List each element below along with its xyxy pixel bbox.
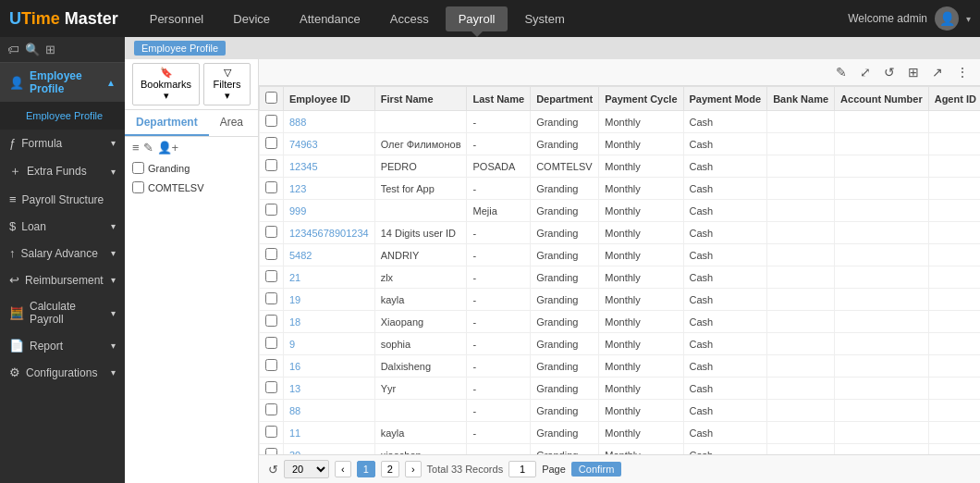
row-checkbox[interactable] bbox=[265, 181, 277, 193]
dept-item-comtelsv[interactable]: COMTELSV bbox=[125, 178, 258, 197]
columns-icon[interactable]: ⊞ bbox=[904, 63, 923, 81]
list-icon[interactable]: ≡ bbox=[132, 141, 140, 155]
tab-department[interactable]: Department bbox=[125, 110, 209, 136]
dept-item-granding[interactable]: Granding bbox=[125, 158, 258, 178]
row-checkbox[interactable] bbox=[265, 337, 277, 349]
row-checkbox[interactable] bbox=[265, 426, 277, 438]
share-icon[interactable]: ↗ bbox=[928, 63, 947, 81]
row-checkbox[interactable] bbox=[265, 270, 277, 282]
col-payment-mode[interactable]: Payment Mode bbox=[683, 87, 767, 111]
search-icon[interactable]: 🔍 bbox=[25, 43, 40, 56]
sidebar-item-salary-advance[interactable]: ↑ Salary Advance ▾ bbox=[0, 240, 125, 266]
col-employee-id[interactable]: Employee ID bbox=[284, 87, 375, 111]
row-checkbox[interactable] bbox=[265, 115, 277, 127]
employee-id-cell[interactable]: 12345678901234 bbox=[284, 222, 375, 244]
employee-id-cell[interactable]: 16 bbox=[284, 355, 375, 378]
employee-id-cell[interactable]: 9 bbox=[284, 333, 375, 355]
nav-link-system[interactable]: System bbox=[511, 6, 577, 31]
row-checkbox[interactable] bbox=[265, 159, 277, 171]
page-2-btn[interactable]: 2 bbox=[381, 461, 399, 477]
sidebar-item-employee-profile[interactable]: 👤 Employee Profile ▲ bbox=[0, 63, 125, 102]
row-checkbox-cell[interactable] bbox=[260, 178, 284, 200]
sidebar-item-reimbursement[interactable]: ↩ Reimbursement ▾ bbox=[0, 266, 125, 293]
employee-id-cell[interactable]: 999 bbox=[284, 200, 375, 222]
row-checkbox[interactable] bbox=[265, 403, 277, 415]
nav-link-access[interactable]: Access bbox=[377, 6, 442, 31]
col-agent-id[interactable]: Agent ID bbox=[928, 87, 980, 111]
row-checkbox-cell[interactable] bbox=[260, 444, 284, 455]
row-checkbox-cell[interactable] bbox=[260, 155, 284, 178]
employee-id-cell[interactable]: 74963 bbox=[284, 133, 375, 155]
sidebar-item-loan[interactable]: $ Loan ▾ bbox=[0, 213, 125, 240]
row-checkbox[interactable] bbox=[265, 359, 277, 371]
nav-link-device[interactable]: Device bbox=[220, 6, 283, 31]
select-all-checkbox[interactable] bbox=[265, 92, 277, 104]
refresh-icon[interactable]: ↺ bbox=[880, 63, 899, 81]
employee-id-cell[interactable]: 30 bbox=[284, 444, 375, 455]
col-last-name[interactable]: Last Name bbox=[467, 87, 531, 111]
row-checkbox-cell[interactable] bbox=[260, 378, 284, 400]
row-checkbox-cell[interactable] bbox=[260, 266, 284, 289]
row-checkbox[interactable] bbox=[265, 137, 277, 149]
row-checkbox-cell[interactable] bbox=[260, 200, 284, 222]
nav-link-attendance[interactable]: Attendance bbox=[287, 6, 374, 31]
row-checkbox-cell[interactable] bbox=[260, 311, 284, 333]
dept-checkbox-comtelsv[interactable] bbox=[132, 181, 144, 193]
nav-link-personnel[interactable]: Personnel bbox=[137, 6, 217, 31]
col-department[interactable]: Department bbox=[531, 87, 599, 111]
prev-page-btn[interactable]: ‹ bbox=[335, 461, 351, 477]
row-checkbox[interactable] bbox=[265, 448, 277, 454]
per-page-select[interactable]: 20 50 100 bbox=[284, 460, 329, 478]
row-checkbox-cell[interactable] bbox=[260, 333, 284, 355]
confirm-btn[interactable]: Confirm bbox=[571, 462, 622, 477]
filters-button[interactable]: ▽ Filters ▾ bbox=[203, 63, 251, 105]
pencil-icon[interactable]: ✎ bbox=[832, 63, 851, 81]
sidebar-subitem-employee-profile[interactable]: Employee Profile bbox=[0, 105, 125, 126]
col-account-number[interactable]: Account Number bbox=[835, 87, 929, 111]
row-checkbox[interactable] bbox=[265, 204, 277, 216]
row-checkbox-cell[interactable] bbox=[260, 400, 284, 422]
edit-dept-icon[interactable]: ✎ bbox=[143, 141, 153, 155]
row-checkbox-cell[interactable] bbox=[260, 289, 284, 311]
row-checkbox-cell[interactable] bbox=[260, 111, 284, 133]
row-checkbox[interactable] bbox=[265, 226, 277, 238]
sidebar-item-formula[interactable]: ƒ Formula ▾ bbox=[0, 130, 125, 156]
col-bank-name[interactable]: Bank Name bbox=[767, 87, 835, 111]
employee-id-cell[interactable]: 11 bbox=[284, 422, 375, 444]
row-checkbox[interactable] bbox=[265, 381, 277, 393]
tab-area[interactable]: Area bbox=[209, 110, 254, 136]
sidebar-item-configurations[interactable]: ⚙ Configurations ▾ bbox=[0, 359, 125, 386]
tag-icon[interactable]: 🏷 bbox=[7, 43, 19, 56]
page-1-btn[interactable]: 1 bbox=[357, 461, 375, 477]
more-icon[interactable]: ⋮ bbox=[952, 63, 973, 81]
employee-id-cell[interactable]: 888 bbox=[284, 111, 375, 133]
dept-checkbox-granding[interactable] bbox=[132, 162, 144, 174]
col-payment-cycle[interactable]: Payment Cycle bbox=[599, 87, 683, 111]
employee-id-cell[interactable]: 88 bbox=[284, 400, 375, 422]
avatar[interactable]: 👤 bbox=[935, 6, 959, 31]
bookmarks-button[interactable]: 🔖 Bookmarks ▾ bbox=[132, 63, 200, 105]
refresh-btn[interactable]: ↺ bbox=[268, 463, 278, 477]
row-checkbox[interactable] bbox=[265, 315, 277, 327]
nav-link-payroll[interactable]: Payroll bbox=[446, 6, 508, 31]
row-checkbox-cell[interactable] bbox=[260, 133, 284, 155]
employee-id-cell[interactable]: 5482 bbox=[284, 244, 375, 266]
expand-icon[interactable]: ⤢ bbox=[856, 63, 875, 81]
employee-id-cell[interactable]: 12345 bbox=[284, 155, 375, 178]
sidebar-item-extra-funds[interactable]: ＋ Extra Funds ▾ bbox=[0, 156, 125, 186]
col-first-name[interactable]: First Name bbox=[374, 87, 467, 111]
row-checkbox-cell[interactable] bbox=[260, 422, 284, 444]
row-checkbox[interactable] bbox=[265, 292, 277, 304]
chevron-down-icon[interactable]: ▾ bbox=[966, 14, 971, 24]
sidebar-item-report[interactable]: 📄 Report ▾ bbox=[0, 332, 125, 359]
page-input[interactable] bbox=[508, 461, 536, 477]
row-checkbox-cell[interactable] bbox=[260, 244, 284, 266]
sidebar-item-calculate-payroll[interactable]: 🧮 Calculate Payroll ▾ bbox=[0, 293, 125, 332]
employee-id-cell[interactable]: 21 bbox=[284, 266, 375, 289]
employee-id-cell[interactable]: 123 bbox=[284, 178, 375, 200]
sidebar-item-payroll-structure[interactable]: ≡ Payroll Structure bbox=[0, 186, 125, 213]
employee-id-cell[interactable]: 13 bbox=[284, 378, 375, 400]
employee-id-cell[interactable]: 18 bbox=[284, 311, 375, 333]
add-user-icon[interactable]: 👤+ bbox=[157, 141, 179, 155]
next-page-btn[interactable]: › bbox=[405, 461, 422, 477]
